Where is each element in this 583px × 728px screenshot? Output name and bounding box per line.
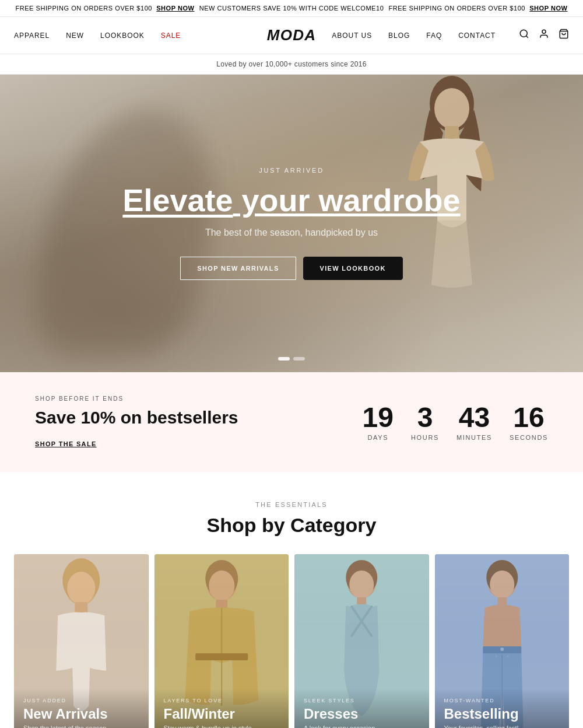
hero-eyebrow: JUST ARRIVED	[122, 167, 460, 174]
category-overlay-2: LAYERS TO LOVE Fall/Winter Stay warm & b…	[154, 688, 289, 728]
svg-point-36	[507, 655, 509, 657]
svg-point-23	[349, 570, 374, 598]
category-eyebrow: THE ESSENTIALS	[14, 501, 569, 508]
cat-name-2: Fall/Winter	[164, 706, 280, 722]
hero-dot-2[interactable]	[293, 357, 305, 360]
announcement-center: NEW CUSTOMERS SAVE 10% WITH CODE WELCOME…	[198, 5, 385, 12]
svg-line-1	[526, 36, 528, 37]
shop-now-left[interactable]: SHOP NOW	[156, 5, 194, 12]
cat-desc-4: Your favorites, selling fast!	[444, 724, 560, 728]
hero-subtitle: The best of the season, handpicked by us	[122, 228, 460, 238]
svg-point-34	[500, 648, 504, 651]
cat-name-1: New Arrivals	[23, 706, 139, 722]
cart-icon[interactable]	[559, 29, 569, 42]
search-icon[interactable]	[519, 29, 529, 42]
shop-arrivals-button[interactable]: SHOP NEW ARRIVALS	[180, 257, 296, 280]
svg-point-11	[67, 572, 95, 604]
sale-eyebrow: SHOP BEFORE IT ENDS	[35, 396, 238, 402]
countdown-hours: 3 HOURS	[411, 404, 439, 441]
category-title: Shop by Category	[14, 514, 569, 537]
hero-content: JUST ARRIVED Elevate your wardrobe The b…	[122, 167, 460, 279]
nav-left: APPAREL NEW LOOKBOOK SALE	[14, 32, 267, 40]
sale-countdown: 19 DAYS 3 HOURS 43 MINUTES 16 SECONDS	[363, 404, 548, 441]
nav-sale[interactable]: SALE	[161, 32, 181, 40]
hero-section: JUST ARRIVED Elevate your wardrobe The b…	[0, 75, 583, 372]
site-logo[interactable]: MODA	[267, 26, 317, 44]
nav-about[interactable]: ABOUT US	[332, 32, 372, 40]
cat-name-4: Bestselling	[444, 706, 560, 722]
svg-point-6	[434, 88, 469, 129]
svg-rect-19	[195, 653, 248, 660]
sale-title: Save 10% on bestsellers	[35, 408, 238, 428]
category-overlay-3: SLEEK STYLES Dresses A look for every oc…	[294, 688, 429, 728]
category-card-fall-winter[interactable]: LAYERS TO LOVE Fall/Winter Stay warm & b…	[154, 554, 289, 728]
category-grid: JUST ADDED New Arrivals Shop the latest …	[14, 554, 569, 728]
trust-bar: Loved by over 10,000+ customers since 20…	[0, 54, 583, 75]
hero-title: Elevate your wardrobe	[122, 183, 460, 218]
category-card-new-arrivals[interactable]: JUST ADDED New Arrivals Shop the latest …	[14, 554, 149, 728]
view-lookbook-button[interactable]: VIEW LOOKBOOK	[303, 257, 403, 280]
countdown-seconds-value: 16	[510, 404, 548, 432]
navbar: APPAREL NEW LOOKBOOK SALE MODA ABOUT US …	[0, 17, 583, 54]
countdown-hours-value: 3	[411, 404, 439, 432]
cat-name-3: Dresses	[304, 706, 420, 722]
announcement-right: FREE SHIPPING ON ORDERS OVER $100 SHOP N…	[385, 5, 571, 12]
svg-rect-7	[445, 126, 459, 141]
nav-blog[interactable]: BLOG	[388, 32, 410, 40]
shop-now-right[interactable]: SHOP NOW	[529, 5, 567, 12]
hero-dot-1[interactable]	[278, 357, 290, 360]
countdown-minutes: 43 MINUTES	[456, 404, 492, 441]
svg-point-2	[542, 30, 546, 33]
svg-point-16	[209, 570, 234, 601]
countdown-hours-label: HOURS	[411, 434, 439, 441]
sale-banner: SHOP BEFORE IT ENDS Save 10% on bestsell…	[0, 372, 583, 472]
category-section: THE ESSENTIALS Shop by Category JUST ADD…	[0, 472, 583, 728]
category-overlay-1: JUST ADDED New Arrivals Shop the latest …	[14, 688, 149, 728]
countdown-minutes-label: MINUTES	[456, 434, 492, 441]
account-icon[interactable]	[539, 29, 549, 42]
countdown-seconds: 16 SECONDS	[510, 404, 548, 441]
sale-left: SHOP BEFORE IT ENDS Save 10% on bestsell…	[35, 396, 238, 449]
nav-new[interactable]: NEW	[66, 32, 84, 40]
cat-eyebrow-4: MOST-WANTED	[444, 698, 560, 704]
countdown-days: 19 DAYS	[363, 404, 394, 441]
countdown-seconds-label: SECONDS	[510, 434, 548, 441]
nav-icons	[519, 29, 569, 42]
category-card-dresses[interactable]: SLEEK STYLES Dresses A look for every oc…	[294, 554, 429, 728]
announcement-bar: FREE SHIPPING ON ORDERS OVER $100 SHOP N…	[0, 0, 583, 17]
countdown-minutes-value: 43	[456, 404, 492, 432]
nav-apparel[interactable]: APPAREL	[14, 32, 50, 40]
svg-point-30	[490, 570, 514, 598]
cat-desc-3: A look for every occasion	[304, 724, 420, 728]
cat-eyebrow-3: SLEEK STYLES	[304, 698, 420, 704]
nav-contact[interactable]: CONTACT	[458, 32, 496, 40]
cat-eyebrow-2: LAYERS TO LOVE	[164, 698, 280, 704]
nav-faq[interactable]: FAQ	[426, 32, 442, 40]
countdown-days-value: 19	[363, 404, 394, 432]
hero-carousel-dots	[278, 357, 305, 360]
cat-eyebrow-1: JUST ADDED	[23, 698, 139, 704]
cat-desc-2: Stay warm & bundle up in style	[164, 724, 280, 728]
nav-lookbook[interactable]: LOOKBOOK	[100, 32, 145, 40]
category-card-bestselling[interactable]: MOST-WANTED Bestselling Your favorites, …	[435, 554, 570, 728]
nav-right: ABOUT US BLOG FAQ CONTACT	[316, 29, 569, 42]
countdown-days-label: DAYS	[363, 434, 394, 441]
svg-rect-12	[75, 602, 87, 614]
svg-point-35	[495, 655, 497, 657]
hero-buttons: SHOP NEW ARRIVALS VIEW LOOKBOOK	[122, 257, 460, 280]
cat-desc-1: Shop the latest of the season	[23, 724, 139, 728]
announcement-left: FREE SHIPPING ON ORDERS OVER $100 SHOP N…	[12, 5, 198, 12]
shop-the-sale-link[interactable]: SHOP THE SALE	[35, 440, 97, 447]
svg-point-0	[520, 30, 527, 37]
category-overlay-4: MOST-WANTED Bestselling Your favorites, …	[435, 688, 570, 728]
